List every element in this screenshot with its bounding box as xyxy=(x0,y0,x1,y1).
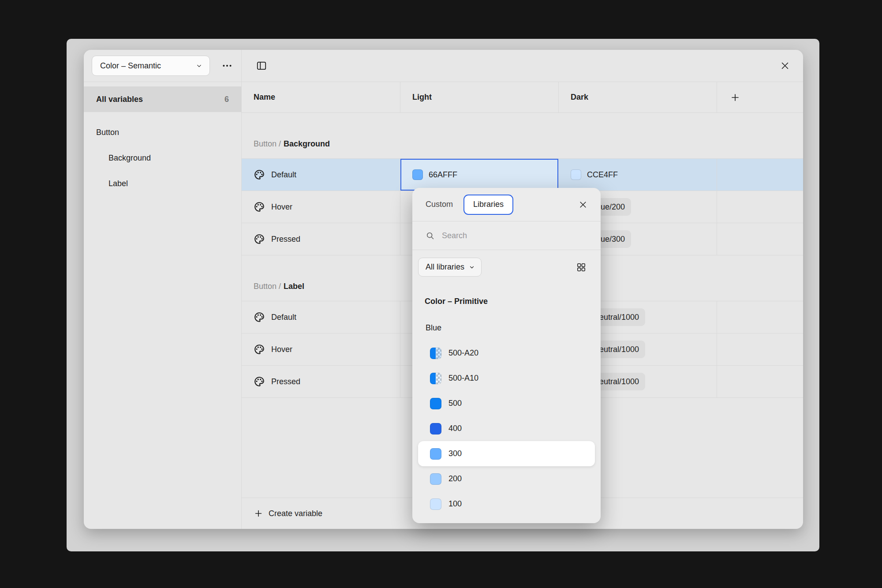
extra-cell xyxy=(717,301,803,333)
tab-custom[interactable]: Custom xyxy=(426,200,453,209)
grid-view-toggle-button[interactable] xyxy=(574,260,588,274)
variable-name-cell[interactable]: Hover xyxy=(242,333,400,365)
extra-cell xyxy=(717,366,803,397)
extra-cell xyxy=(717,159,803,191)
swatch-label: 400 xyxy=(448,424,462,433)
value-picker-popup: Custom Libraries All libraries Color – P… xyxy=(412,188,601,523)
library-filter-dropdown[interactable]: All libraries xyxy=(418,258,482,277)
library-color-option-500-a10[interactable]: 500-A10 xyxy=(418,366,595,391)
variable-name: Pressed xyxy=(271,377,300,386)
color-swatch xyxy=(430,348,441,359)
color-swatch xyxy=(412,169,423,180)
swatch-label: 500-A10 xyxy=(448,374,478,383)
group-prefix: Button / xyxy=(254,139,281,149)
variable-name-cell[interactable]: Default xyxy=(242,159,400,191)
tab-libraries[interactable]: Libraries xyxy=(463,195,513,215)
palette-icon xyxy=(254,201,265,213)
sidebar-item-all-variables[interactable]: All variables 6 xyxy=(84,86,241,112)
hex-value: 66AFFF xyxy=(429,170,457,180)
search-input[interactable] xyxy=(442,231,587,240)
library-section-title: Color – Primitive xyxy=(425,296,601,306)
extra-cell xyxy=(717,223,803,255)
color-swatch xyxy=(430,448,441,460)
swatch-label: 500 xyxy=(448,399,462,408)
table-header-row: Name Light Dark xyxy=(242,82,803,113)
hex-value: CCE4FF xyxy=(587,170,618,180)
picker-controls: All libraries xyxy=(412,250,601,284)
variable-name-cell[interactable]: Default xyxy=(242,301,400,333)
library-color-option-300-selected[interactable]: 300 xyxy=(418,441,595,466)
all-variables-count: 6 xyxy=(224,95,229,104)
group-prefix: Button / xyxy=(254,282,281,291)
picker-tabs: Custom Libraries xyxy=(412,188,601,221)
dark-value-cell[interactable]: CCE4FF xyxy=(559,159,717,191)
collection-dropdown[interactable]: Color – Semantic xyxy=(92,56,210,76)
palette-icon xyxy=(254,169,265,180)
column-header-name: Name xyxy=(242,82,400,112)
variable-name: Default xyxy=(271,170,296,180)
topbar-main xyxy=(242,50,803,82)
close-panel-button[interactable] xyxy=(778,59,792,72)
variable-name: Default xyxy=(271,313,296,322)
add-mode-button[interactable] xyxy=(728,90,742,105)
variable-name-cell[interactable]: Pressed xyxy=(242,366,400,397)
library-color-list: 500-A20 500-A10 500 400 300 200 100 xyxy=(412,341,601,517)
sidebar-item-label: Background xyxy=(108,154,151,163)
plus-icon xyxy=(254,509,263,518)
swatch-label: 100 xyxy=(448,499,462,509)
plus-icon xyxy=(730,92,740,103)
library-color-option-500[interactable]: 500 xyxy=(418,391,595,416)
group-name: Label xyxy=(284,282,304,291)
palette-icon xyxy=(254,376,265,387)
extra-cell xyxy=(717,333,803,365)
sidebar-item-button[interactable]: Button xyxy=(84,120,241,145)
close-icon xyxy=(579,200,587,209)
picker-search-row xyxy=(412,221,601,250)
sidebar-item-label: Button xyxy=(96,128,119,137)
swatch-label: 500-A20 xyxy=(448,348,478,358)
palette-icon xyxy=(254,233,265,245)
library-color-option-400[interactable]: 400 xyxy=(418,416,595,441)
color-swatch xyxy=(571,169,581,180)
sidebar-item-label: Label xyxy=(108,179,128,188)
group-name: Background xyxy=(284,139,330,149)
all-variables-label: All variables xyxy=(96,95,143,104)
variable-name: Pressed xyxy=(271,235,300,244)
palette-icon xyxy=(254,344,265,355)
more-options-button[interactable] xyxy=(220,58,235,73)
column-header-light: Light xyxy=(400,82,559,112)
library-color-option-200[interactable]: 200 xyxy=(418,466,595,491)
table-row-background-default: Default 66AFFF CCE4FF xyxy=(242,159,803,191)
add-mode-cell xyxy=(717,82,803,112)
chevron-down-icon xyxy=(196,63,202,69)
chevron-down-icon xyxy=(469,264,475,270)
swatch-label: 200 xyxy=(448,474,462,483)
sidebar-layout-icon xyxy=(256,60,267,71)
extra-cell xyxy=(717,191,803,223)
search-icon xyxy=(426,231,435,240)
variable-name: Hover xyxy=(271,202,292,212)
topbar-left: Color – Semantic xyxy=(84,50,242,82)
panel-topbar: Color – Semantic xyxy=(84,50,803,82)
library-color-option-100[interactable]: 100 xyxy=(418,491,595,517)
variable-name-cell[interactable]: Hover xyxy=(242,191,400,223)
column-header-dark: Dark xyxy=(559,82,717,112)
sidebar-item-label-group[interactable]: Label xyxy=(84,171,241,196)
library-filter-label: All libraries xyxy=(426,262,464,272)
color-swatch xyxy=(430,373,441,384)
collection-dropdown-label: Color – Semantic xyxy=(100,61,161,71)
variable-name-cell[interactable]: Pressed xyxy=(242,223,400,255)
color-group-label: Blue xyxy=(426,323,601,333)
light-value-cell-selected[interactable]: 66AFFF xyxy=(400,159,559,191)
library-color-option-500-a20[interactable]: 500-A20 xyxy=(418,341,595,366)
group-header-background: Button / Background xyxy=(242,113,803,159)
palette-icon xyxy=(254,311,265,323)
toggle-sidebar-button[interactable] xyxy=(254,58,269,73)
create-variable-label: Create variable xyxy=(269,509,322,518)
color-swatch xyxy=(430,423,441,434)
close-icon xyxy=(780,61,790,71)
color-swatch xyxy=(430,473,441,485)
sidebar-item-background[interactable]: Background xyxy=(84,145,241,171)
color-swatch xyxy=(430,498,441,510)
close-picker-button[interactable] xyxy=(577,198,589,211)
